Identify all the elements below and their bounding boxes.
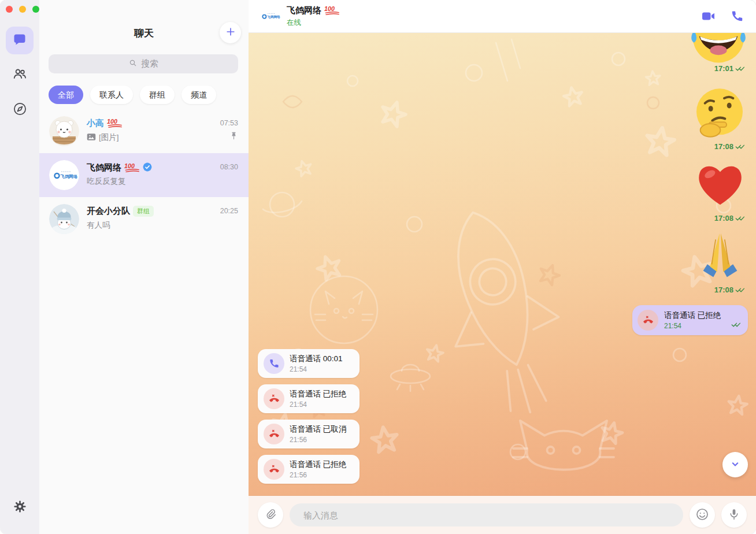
video-call-icon: [701, 9, 716, 25]
declined-call-icon: [264, 388, 284, 409]
chat-rows: 小高 100 [图片] 07:53: [39, 109, 249, 241]
microphone-icon: [728, 508, 740, 522]
sticker-face-with-tears-of-joy[interactable]: [690, 32, 747, 66]
svg-text:100: 100: [124, 163, 135, 169]
svg-text:100: 100: [324, 6, 335, 12]
nav-rail: [0, 0, 40, 534]
group-tag: 群组: [133, 206, 154, 217]
incoming-call-message[interactable]: 语音通话 已拒绝 21:56: [258, 455, 360, 484]
svg-text:飞鸽网络: 飞鸽网络: [60, 174, 78, 179]
video-call-button[interactable]: [701, 9, 716, 25]
filter-all[interactable]: 全部: [49, 86, 83, 104]
chat-header: 飞鸽网络 飞鸽网络 100 在线: [249, 0, 756, 33]
people-icon: [12, 66, 27, 84]
message-time: 17:08: [714, 214, 733, 222]
read-checkmarks-icon: [735, 65, 745, 72]
read-checkmarks-icon: [731, 321, 741, 328]
chat-title: 飞鸽网络: [287, 5, 321, 16]
online-status: 在线: [287, 18, 301, 28]
attach-button[interactable]: [258, 502, 283, 528]
message-time: 17:01: [714, 64, 733, 73]
chat-row-xiaogao[interactable]: 小高 100 [图片] 07:53: [39, 109, 249, 153]
chat-list-panel: 聊天 搜索 全部 联系人 群组 频道: [39, 0, 249, 534]
chat-time: 20:25: [220, 207, 238, 215]
chevron-down-icon: [729, 458, 741, 472]
call-title: 语音通话 00:01: [290, 354, 343, 364]
read-checkmarks-icon: [735, 215, 745, 221]
chat-preview: [图片]: [99, 132, 119, 143]
declined-call-icon: [264, 424, 284, 444]
incoming-call-message[interactable]: 语音通话 已拒绝 21:54: [258, 384, 360, 413]
emoji-icon: [695, 507, 709, 523]
minimize-button[interactable]: [19, 6, 26, 13]
window-controls: [6, 6, 39, 13]
call-title: 语音通话 已拒绝: [290, 459, 346, 470]
phone-icon: [731, 10, 743, 24]
declined-call-icon: [638, 310, 658, 331]
incoming-call-message[interactable]: 语音通话 00:01 21:54: [258, 349, 360, 378]
chat-row-meeting-group[interactable]: 开会小分队 群组 有人吗 20:25: [39, 197, 249, 241]
messenger-window: 聊天 搜索 全部 联系人 群组 频道: [0, 0, 756, 534]
compass-icon: [13, 102, 27, 118]
paperclip-icon: [264, 508, 277, 522]
nav-discover[interactable]: [6, 96, 34, 124]
pin-icon: [229, 131, 238, 143]
declined-call-icon: [264, 459, 284, 480]
avatar: [49, 204, 79, 234]
emoji-button[interactable]: [690, 502, 715, 528]
zoom-button[interactable]: [32, 6, 39, 13]
filter-channels[interactable]: 频道: [181, 86, 216, 104]
chat-name: 开会小分队: [87, 206, 130, 217]
call-time: 21:54: [664, 322, 721, 330]
chat-time: 08:30: [220, 163, 238, 171]
image-icon: [87, 133, 96, 143]
chat-row-feige[interactable]: 飞鸽网络 飞鸽网络 100: [39, 153, 249, 197]
search-placeholder: 搜索: [141, 58, 158, 69]
message-input[interactable]: [290, 503, 683, 526]
incoming-call-message[interactable]: 语音通话 已取消 21:56: [258, 420, 360, 448]
message-time: 17:08: [714, 285, 733, 294]
chat-preview: 有人吗: [87, 220, 110, 231]
svg-text:100: 100: [107, 118, 117, 125]
call-time: 21:54: [290, 400, 346, 409]
answered-call-icon: [264, 353, 284, 374]
sticker-thinking-face[interactable]: [692, 86, 747, 141]
call-title: 语音通话 已拒绝: [290, 389, 346, 399]
avatar: [49, 116, 79, 146]
call-time: 21:54: [290, 365, 343, 373]
hundred-points-icon: 100: [107, 118, 122, 128]
filter-chips: 全部 联系人 群组 频道: [49, 86, 216, 104]
chat-bubble-icon: [13, 32, 27, 49]
hundred-points-icon: 100: [324, 6, 339, 16]
call-time: 21:56: [290, 436, 346, 444]
chat-name: 小高: [87, 118, 104, 129]
voice-call-button[interactable]: [731, 9, 743, 25]
nav-contacts[interactable]: [6, 61, 34, 89]
nav-settings[interactable]: [6, 494, 34, 521]
gear-icon: [13, 500, 27, 516]
svg-text:飞鸽网络: 飞鸽网络: [266, 15, 280, 19]
composer-bar: [249, 496, 756, 534]
read-checkmarks-icon: [735, 143, 745, 150]
close-button[interactable]: [6, 6, 13, 13]
chat-preview: 吃反反复复: [87, 176, 126, 187]
message-time: 17:08: [714, 142, 733, 151]
search-input[interactable]: 搜索: [49, 54, 238, 73]
new-chat-button[interactable]: [220, 22, 241, 43]
nav-chats[interactable]: [6, 27, 34, 54]
filter-contacts[interactable]: 联系人: [90, 86, 133, 104]
hundred-points-icon: 100: [124, 163, 139, 173]
chat-header-avatar[interactable]: 飞鸽网络: [258, 5, 281, 28]
verified-badge-icon: [142, 162, 153, 174]
scroll-to-bottom-button[interactable]: [722, 452, 748, 477]
outgoing-call-message[interactable]: 语音通话 已拒绝 21:54: [632, 305, 748, 335]
conversation-pane: 飞鸽网络 飞鸽网络 100 在线: [249, 0, 756, 534]
voice-record-button[interactable]: [721, 502, 747, 528]
sticker-red-heart[interactable]: [693, 157, 747, 212]
message-canvas: 17:01 17:08: [249, 32, 756, 496]
sticker-folded-hands[interactable]: [693, 229, 747, 283]
call-title: 语音通话 已拒绝: [664, 310, 721, 321]
read-checkmarks-icon: [735, 287, 745, 293]
search-icon: [128, 58, 138, 69]
filter-groups[interactable]: 群组: [140, 86, 175, 104]
